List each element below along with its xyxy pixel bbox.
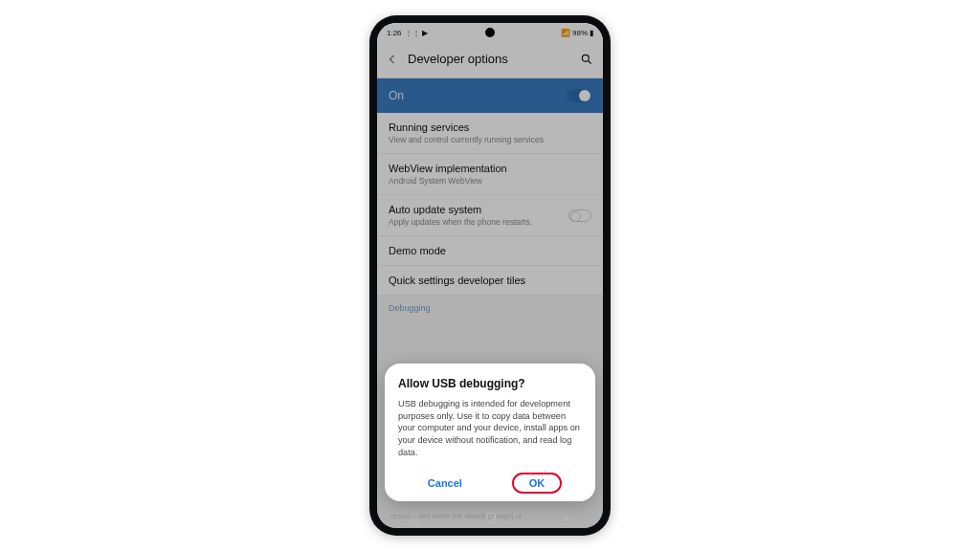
ok-button[interactable]: OK (512, 473, 563, 494)
cancel-button[interactable]: Cancel (418, 474, 472, 493)
nav-bar: ||| < (377, 507, 603, 528)
home-icon[interactable] (486, 513, 496, 522)
status-indicator-icon: ⋮⋮ ▶ (405, 29, 428, 37)
svg-point-0 (582, 55, 589, 61)
section-header: Debugging (377, 296, 603, 317)
item-title: WebView implementation (389, 163, 507, 174)
phone-frame: 1:26 ⋮⋮ ▶ 📶 98% ▮ Developer options On R… (369, 15, 611, 536)
list-item[interactable]: WebView implementation Android System We… (377, 154, 603, 195)
dialog-body: USB debugging is intended for developmen… (398, 398, 582, 459)
battery-percent: 98% (572, 29, 588, 37)
app-bar: Developer options (377, 40, 603, 78)
toggle-switch-on[interactable] (567, 89, 591, 102)
settings-list: Running services View and control curren… (377, 113, 603, 296)
battery-icon: ▮ (590, 29, 593, 37)
dialog-usb-debugging: Allow USB debugging? USB debugging is in… (385, 364, 595, 501)
status-time: 1:26 (387, 29, 402, 37)
master-toggle-label: On (389, 89, 404, 102)
dialog-title: Allow USB debugging? (398, 377, 582, 390)
list-item[interactable]: Running services View and control curren… (377, 113, 603, 154)
list-item[interactable]: Demo mode (377, 236, 603, 266)
recents-icon[interactable]: ||| (411, 513, 418, 523)
list-item[interactable]: Auto update system Apply updates when th… (377, 195, 603, 236)
item-title: Auto update system (389, 204, 532, 215)
item-title: Running services (389, 121, 544, 133)
item-subtitle: Apply updates when the phone restarts. (389, 217, 532, 227)
list-item[interactable]: Quick settings developer tiles (377, 266, 603, 296)
dialog-actions: Cancel OK (398, 473, 582, 494)
search-icon[interactable] (580, 53, 593, 66)
camera-notch (485, 28, 495, 37)
page-title: Developer options (408, 52, 570, 66)
item-subtitle: View and control currently running servi… (389, 135, 544, 144)
screen: 1:26 ⋮⋮ ▶ 📶 98% ▮ Developer options On R… (377, 23, 603, 528)
item-subtitle: Android System WebView (389, 176, 507, 186)
signal-icon: 📶 (561, 29, 570, 37)
back-nav-icon[interactable]: < (564, 513, 569, 523)
master-toggle-row[interactable]: On (377, 78, 603, 113)
item-title: Demo mode (389, 245, 446, 256)
back-icon[interactable] (387, 54, 398, 65)
toggle-switch-off[interactable] (568, 209, 591, 222)
item-title: Quick settings developer tiles (389, 275, 525, 286)
